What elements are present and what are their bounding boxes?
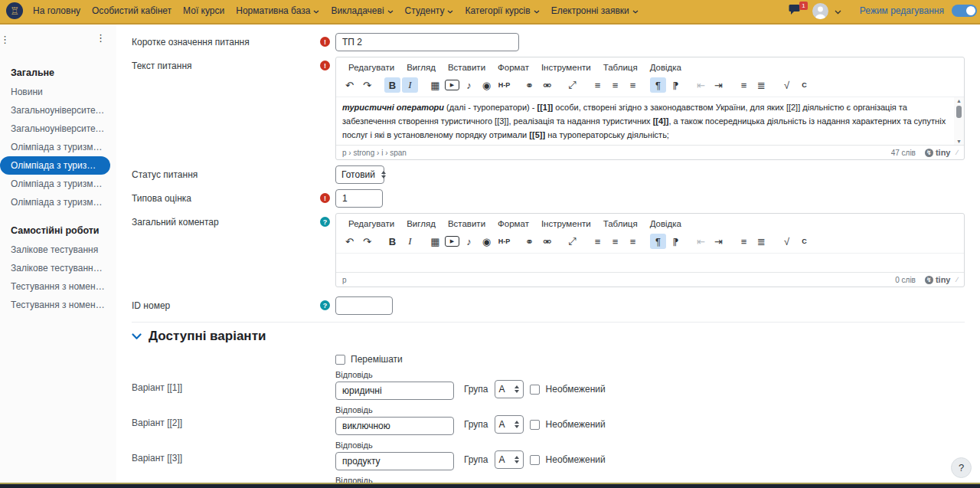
video-camera-icon[interactable]: ◉ [479, 77, 495, 93]
shuffle-checkbox[interactable] [335, 355, 345, 365]
short-name-input[interactable] [335, 33, 519, 51]
id-number-input[interactable] [335, 296, 393, 315]
link-icon[interactable]: ⚭ [521, 234, 537, 249]
group-select[interactable]: A [495, 415, 524, 434]
fullscreen-icon[interactable]: ⤢ [564, 77, 580, 93]
sidebar-item[interactable]: Олімпіада з туризму 2022 [0, 175, 116, 193]
drawer-handle-icon[interactable]: ⋮ [0, 34, 10, 45]
sidebar-item[interactable]: Олімпіада з туризму 2023 [0, 193, 116, 211]
equation-icon[interactable]: √ [779, 77, 795, 93]
editor-menu-item[interactable]: Інструменти [535, 61, 597, 74]
nav-item[interactable]: Електронні заявки [551, 5, 639, 16]
nav-item[interactable]: Категорії курсів [465, 5, 539, 16]
avatar[interactable] [812, 3, 828, 19]
group-select[interactable]: A [495, 450, 524, 469]
image-icon[interactable]: ▦ [427, 234, 443, 249]
outdent-icon[interactable]: ⇤ [693, 77, 709, 93]
record-audio-icon[interactable]: ♪ [461, 234, 477, 249]
indent-icon[interactable]: ⇥ [710, 77, 727, 93]
bold-icon[interactable]: B [384, 77, 400, 93]
bullet-list-icon[interactable]: ≡ [736, 77, 752, 93]
sidebar-item[interactable]: Загальноуніверситетська о... [0, 120, 116, 138]
indent-icon[interactable]: ⇥ [710, 234, 727, 249]
align-left-icon[interactable]: ≡ [590, 77, 606, 93]
scroll-down-icon[interactable]: ▼ [956, 138, 962, 145]
editor-content-area[interactable] [336, 253, 964, 272]
media-icon[interactable]: ▶ [445, 236, 459, 247]
media-icon[interactable]: ▶ [445, 80, 459, 90]
ordered-list-icon[interactable]: ≣ [753, 77, 769, 93]
scroll-up-icon[interactable]: ▲ [956, 97, 962, 104]
element-path[interactable]: p › strong › i › span [342, 149, 891, 157]
editor-menu-item[interactable]: Формат [492, 218, 535, 230]
direction-ltr-icon[interactable]: ¶ [650, 234, 666, 249]
editor-menu-item[interactable]: Вставити [442, 218, 492, 230]
editor-scrollbar[interactable]: ▲▼ [954, 97, 964, 145]
messages-icon[interactable]: 1 [789, 4, 802, 18]
unlimited-checkbox[interactable] [530, 420, 540, 430]
undo-icon[interactable]: ↶ [341, 234, 358, 249]
h5p-icon[interactable]: H-P [496, 234, 512, 249]
sidebar-item[interactable]: Олімпіада з туризму 2021 [0, 138, 116, 156]
edit-mode-toggle[interactable] [952, 5, 977, 17]
editor-content-area[interactable]: туристичні оператори (далі - туроператор… [336, 97, 964, 145]
align-center-icon[interactable]: ≡ [607, 77, 623, 93]
user-menu-chevron-icon[interactable] [835, 4, 841, 18]
editor-menu-item[interactable]: Інструменти [535, 218, 597, 230]
sidebar-item[interactable]: Новини [0, 83, 116, 101]
editor-menu-item[interactable]: Таблиця [597, 61, 644, 74]
direction-rtl-icon[interactable]: ⁋ [668, 234, 684, 249]
nav-item[interactable]: Нормативна база [236, 5, 319, 16]
nav-item[interactable]: Мої курси [183, 5, 224, 16]
sidebar-item[interactable]: Тестування з номенклатур... [0, 296, 116, 314]
sidebar-kebab-menu-icon[interactable]: ⋮ [96, 32, 106, 44]
scrollbar-thumb[interactable] [956, 106, 962, 118]
nav-item[interactable]: Студенту [405, 5, 454, 16]
h5p-icon[interactable]: H-P [496, 77, 512, 93]
undo-icon[interactable]: ↶ [341, 77, 358, 93]
special-character-icon[interactable]: C [796, 234, 812, 249]
fullscreen-icon[interactable]: ⤢ [564, 234, 580, 249]
bold-icon[interactable]: B [384, 234, 400, 249]
sidebar-item[interactable]: Олімпіада з туризму 2025 [0, 156, 110, 175]
resize-handle-icon[interactable]: ∕ [956, 276, 958, 283]
sidebar-item[interactable]: Залікове тестування ОТД [0, 259, 116, 277]
direction-ltr-icon[interactable]: ¶ [650, 77, 666, 93]
unlink-icon[interactable]: ⚮ [539, 77, 555, 93]
video-camera-icon[interactable]: ◉ [479, 234, 495, 249]
help-icon[interactable]: ? [320, 217, 330, 227]
unlimited-checkbox[interactable] [530, 385, 540, 395]
answer-input[interactable] [335, 417, 454, 435]
nav-item[interactable]: Викладачеві [331, 5, 393, 16]
editor-menu-item[interactable]: Довідка [644, 61, 688, 74]
editor-menu-item[interactable]: Довідка [644, 218, 688, 230]
available-choices-section-header[interactable]: Доступні варіанти [116, 329, 980, 344]
align-right-icon[interactable]: ≡ [625, 234, 641, 249]
ordered-list-icon[interactable]: ≣ [753, 234, 769, 249]
editor-menu-item[interactable]: Редагувати [342, 61, 400, 74]
sidebar-item[interactable]: Залікове тестування [0, 241, 116, 259]
unlink-icon[interactable]: ⚮ [539, 234, 555, 249]
element-path[interactable]: p [342, 276, 895, 284]
align-center-icon[interactable]: ≡ [607, 234, 623, 249]
status-select[interactable]: Готовий [335, 165, 384, 184]
editor-menu-item[interactable]: Вставити [442, 61, 492, 74]
align-left-icon[interactable]: ≡ [590, 234, 606, 249]
editor-menu-item[interactable]: Формат [492, 61, 535, 74]
nav-item[interactable]: Особистий кабінет [92, 5, 172, 16]
editor-menu-item[interactable]: Вигляд [400, 61, 442, 74]
italic-icon[interactable]: I [402, 234, 418, 249]
default-mark-input[interactable] [335, 189, 383, 208]
outdent-icon[interactable]: ⇤ [693, 234, 709, 249]
unlimited-checkbox[interactable] [530, 455, 540, 465]
direction-rtl-icon[interactable]: ⁋ [668, 77, 684, 93]
link-icon[interactable]: ⚭ [521, 77, 537, 93]
italic-icon[interactable]: I [402, 77, 418, 93]
answer-input[interactable] [335, 382, 454, 400]
bullet-list-icon[interactable]: ≡ [736, 234, 752, 249]
special-character-icon[interactable]: C [796, 77, 812, 93]
editor-menu-item[interactable]: Таблиця [597, 218, 644, 230]
redo-icon[interactable]: ↷ [359, 77, 375, 93]
resize-handle-icon[interactable]: ∕ [956, 149, 958, 156]
editor-menu-item[interactable]: Вигляд [400, 218, 442, 230]
